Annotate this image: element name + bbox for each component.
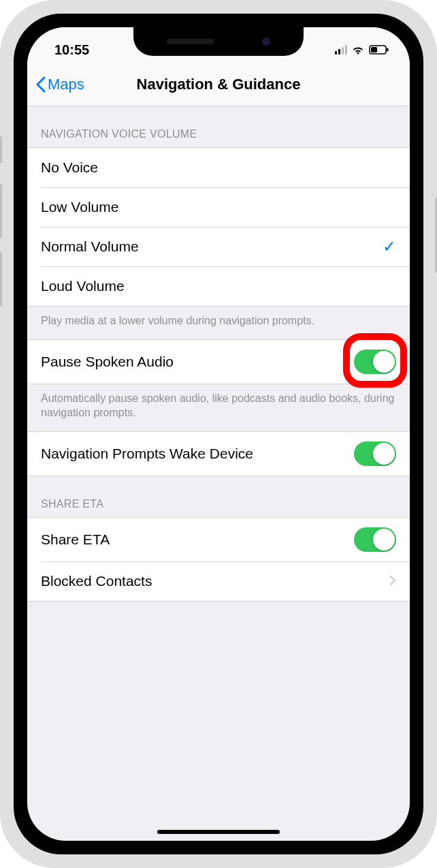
- navigation-bar: Maps Navigation & Guidance: [27, 63, 410, 106]
- row-label: Share ETA: [41, 531, 110, 548]
- wake-device-list: Navigation Prompts Wake Device: [27, 431, 410, 476]
- back-button[interactable]: Maps: [27, 76, 84, 93]
- battery-icon: [369, 45, 389, 55]
- section-footer-voice: Play media at a lower volume during navi…: [27, 307, 410, 339]
- chevron-left-icon: [35, 76, 46, 93]
- back-label: Maps: [48, 76, 84, 93]
- section-header-share: SHARE ETA: [27, 476, 410, 517]
- page-title: Navigation & Guidance: [27, 76, 410, 93]
- option-normal-volume[interactable]: Normal Volume ✓: [27, 227, 410, 266]
- section-header-voice: NAVIGATION VOICE VOLUME: [27, 106, 410, 147]
- content-scroll[interactable]: NAVIGATION VOICE VOLUME No Voice Low Vol…: [27, 106, 410, 602]
- pause-audio-list: Pause Spoken Audio: [27, 339, 410, 384]
- svg-rect-2: [387, 48, 389, 52]
- chevron-right-icon: [389, 573, 396, 589]
- share-eta-list: Share ETA Blocked Contacts: [27, 517, 410, 602]
- row-label: Navigation Prompts Wake Device: [41, 446, 253, 462]
- status-time: 10:55: [54, 42, 89, 58]
- option-no-voice[interactable]: No Voice: [27, 148, 410, 187]
- svg-rect-1: [371, 47, 377, 52]
- row-blocked-contacts[interactable]: Blocked Contacts: [27, 561, 410, 601]
- row-pause-spoken-audio[interactable]: Pause Spoken Audio: [27, 340, 410, 384]
- option-label: Loud Volume: [41, 278, 125, 294]
- option-loud-volume[interactable]: Loud Volume: [27, 266, 410, 306]
- home-indicator[interactable]: [157, 830, 280, 834]
- voice-volume-list: No Voice Low Volume Normal Volume ✓ Loud…: [27, 147, 410, 307]
- section-footer-pause: Automatically pause spoken audio, like p…: [27, 384, 410, 431]
- row-label: Blocked Contacts: [41, 573, 152, 589]
- toggle-wake-device[interactable]: [354, 441, 396, 466]
- row-share-eta[interactable]: Share ETA: [27, 518, 410, 561]
- option-label: Low Volume: [41, 199, 118, 215]
- row-label: Pause Spoken Audio: [41, 354, 174, 370]
- option-label: No Voice: [41, 159, 98, 176]
- toggle-pause-spoken-audio[interactable]: [354, 350, 396, 374]
- device-notch: [133, 27, 304, 56]
- row-wake-device[interactable]: Navigation Prompts Wake Device: [27, 432, 410, 476]
- option-low-volume[interactable]: Low Volume: [27, 187, 410, 227]
- option-label: Normal Volume: [41, 238, 139, 255]
- cellular-signal-icon: [335, 45, 347, 55]
- checkmark-icon: ✓: [383, 237, 396, 256]
- toggle-share-eta[interactable]: [354, 527, 396, 552]
- wifi-icon: [351, 45, 365, 55]
